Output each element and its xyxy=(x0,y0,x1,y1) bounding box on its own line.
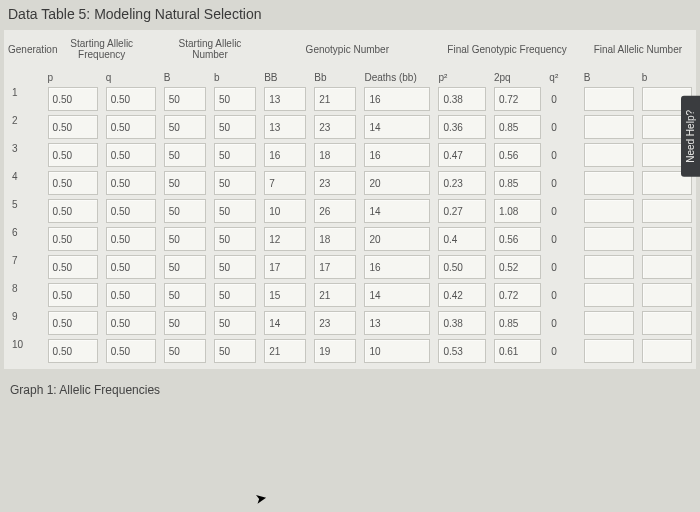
need-help-button[interactable]: Need Help? xyxy=(681,96,700,177)
cell-Bb[interactable]: 19 xyxy=(314,339,356,363)
cell-BB[interactable]: 12 xyxy=(264,227,306,251)
cell-deaths[interactable]: 16 xyxy=(364,143,430,167)
cell-p[interactable]: 0.50 xyxy=(48,87,98,111)
cell-final-B[interactable] xyxy=(584,227,634,251)
cell-B[interactable]: 50 xyxy=(164,199,206,223)
cell-BB[interactable]: 13 xyxy=(264,87,306,111)
cell-B[interactable]: 50 xyxy=(164,87,206,111)
cell-Bb[interactable]: 21 xyxy=(314,87,356,111)
cell-B[interactable]: 50 xyxy=(164,171,206,195)
cell-final-B[interactable] xyxy=(584,87,634,111)
cell-final-B[interactable] xyxy=(584,283,634,307)
cell-B[interactable]: 50 xyxy=(164,227,206,251)
cell-b[interactable]: 50 xyxy=(214,171,256,195)
cell-p2[interactable]: 0.23 xyxy=(438,171,485,195)
cell-p2[interactable]: 0.38 xyxy=(438,311,485,335)
cell-final-b[interactable] xyxy=(642,199,692,223)
cell-2pq[interactable]: 0.61 xyxy=(494,339,541,363)
cell-Bb[interactable]: 21 xyxy=(314,283,356,307)
cell-final-B[interactable] xyxy=(584,255,634,279)
cell-deaths[interactable]: 14 xyxy=(364,283,430,307)
cell-p2[interactable]: 0.42 xyxy=(438,283,485,307)
cell-final-B[interactable] xyxy=(584,311,634,335)
cell-B[interactable]: 50 xyxy=(164,255,206,279)
cell-2pq[interactable]: 0.85 xyxy=(494,115,541,139)
cell-p[interactable]: 0.50 xyxy=(48,283,98,307)
cell-deaths[interactable]: 13 xyxy=(364,311,430,335)
cell-final-B[interactable] xyxy=(584,339,634,363)
cell-2pq[interactable]: 0.72 xyxy=(494,87,541,111)
cell-Bb[interactable]: 23 xyxy=(314,171,356,195)
cell-Bb[interactable]: 18 xyxy=(314,143,356,167)
cell-b[interactable]: 50 xyxy=(214,143,256,167)
cell-BB[interactable]: 13 xyxy=(264,115,306,139)
cell-p2[interactable]: 0.50 xyxy=(438,255,485,279)
cell-BB[interactable]: 14 xyxy=(264,311,306,335)
cell-deaths[interactable]: 14 xyxy=(364,199,430,223)
cell-2pq[interactable]: 0.52 xyxy=(494,255,541,279)
cell-deaths[interactable]: 14 xyxy=(364,115,430,139)
cell-final-B[interactable] xyxy=(584,115,634,139)
cell-final-b[interactable] xyxy=(642,339,692,363)
cell-final-B[interactable] xyxy=(584,171,634,195)
cell-b[interactable]: 50 xyxy=(214,311,256,335)
cell-q[interactable]: 0.50 xyxy=(106,87,156,111)
cell-q[interactable]: 0.50 xyxy=(106,143,156,167)
cell-Bb[interactable]: 26 xyxy=(314,199,356,223)
cell-q[interactable]: 0.50 xyxy=(106,255,156,279)
cell-final-B[interactable] xyxy=(584,143,634,167)
cell-p[interactable]: 0.50 xyxy=(48,339,98,363)
cell-p[interactable]: 0.50 xyxy=(48,311,98,335)
cell-2pq[interactable]: 0.85 xyxy=(494,311,541,335)
cell-final-b[interactable] xyxy=(642,227,692,251)
cell-deaths[interactable]: 16 xyxy=(364,255,430,279)
cell-b[interactable]: 50 xyxy=(214,339,256,363)
cell-B[interactable]: 50 xyxy=(164,143,206,167)
cell-final-b[interactable] xyxy=(642,283,692,307)
cell-p2[interactable]: 0.36 xyxy=(438,115,485,139)
cell-p[interactable]: 0.50 xyxy=(48,227,98,251)
cell-q[interactable]: 0.50 xyxy=(106,115,156,139)
cell-Bb[interactable]: 23 xyxy=(314,311,356,335)
cell-BB[interactable]: 15 xyxy=(264,283,306,307)
cell-deaths[interactable]: 10 xyxy=(364,339,430,363)
cell-p[interactable]: 0.50 xyxy=(48,171,98,195)
cell-q[interactable]: 0.50 xyxy=(106,311,156,335)
cell-p2[interactable]: 0.27 xyxy=(438,199,485,223)
cell-q[interactable]: 0.50 xyxy=(106,227,156,251)
cell-BB[interactable]: 16 xyxy=(264,143,306,167)
cell-p[interactable]: 0.50 xyxy=(48,199,98,223)
cell-p2[interactable]: 0.38 xyxy=(438,87,485,111)
cell-deaths[interactable]: 16 xyxy=(364,87,430,111)
cell-final-b[interactable] xyxy=(642,255,692,279)
cell-BB[interactable]: 17 xyxy=(264,255,306,279)
cell-b[interactable]: 50 xyxy=(214,87,256,111)
cell-q[interactable]: 0.50 xyxy=(106,199,156,223)
cell-q[interactable]: 0.50 xyxy=(106,171,156,195)
cell-Bb[interactable]: 23 xyxy=(314,115,356,139)
cell-B[interactable]: 50 xyxy=(164,339,206,363)
cell-b[interactable]: 50 xyxy=(214,115,256,139)
cell-p2[interactable]: 0.47 xyxy=(438,143,485,167)
cell-b[interactable]: 50 xyxy=(214,199,256,223)
cell-2pq[interactable]: 0.56 xyxy=(494,143,541,167)
cell-q[interactable]: 0.50 xyxy=(106,283,156,307)
cell-deaths[interactable]: 20 xyxy=(364,227,430,251)
cell-p[interactable]: 0.50 xyxy=(48,255,98,279)
cell-b[interactable]: 50 xyxy=(214,227,256,251)
cell-p[interactable]: 0.50 xyxy=(48,143,98,167)
cell-Bb[interactable]: 17 xyxy=(314,255,356,279)
cell-p[interactable]: 0.50 xyxy=(48,115,98,139)
cell-BB[interactable]: 10 xyxy=(264,199,306,223)
cell-Bb[interactable]: 18 xyxy=(314,227,356,251)
cell-B[interactable]: 50 xyxy=(164,311,206,335)
cell-BB[interactable]: 21 xyxy=(264,339,306,363)
cell-B[interactable]: 50 xyxy=(164,115,206,139)
cell-B[interactable]: 50 xyxy=(164,283,206,307)
cell-b[interactable]: 50 xyxy=(214,255,256,279)
cell-deaths[interactable]: 20 xyxy=(364,171,430,195)
cell-final-b[interactable] xyxy=(642,311,692,335)
cell-2pq[interactable]: 0.72 xyxy=(494,283,541,307)
cell-p2[interactable]: 0.4 xyxy=(438,227,485,251)
cell-2pq[interactable]: 1.08 xyxy=(494,199,541,223)
